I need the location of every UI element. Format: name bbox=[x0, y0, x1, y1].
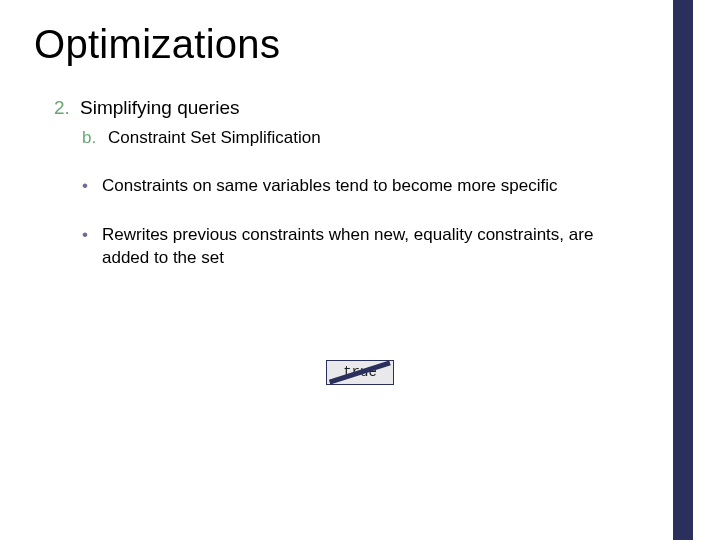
bullet-text: Rewrites previous constraints when new, … bbox=[102, 224, 642, 270]
list-level3-row: b. Constraint Set Simplification bbox=[34, 126, 660, 150]
slide-title: Optimizations bbox=[34, 22, 660, 67]
list-level2-text: Simplifying queries bbox=[80, 95, 239, 122]
true-box: true bbox=[326, 360, 394, 385]
true-box-label: true bbox=[343, 364, 377, 380]
slide-body: Optimizations 2. Simplifying queries b. … bbox=[0, 0, 720, 540]
list-level2-row: 2. Simplifying queries bbox=[34, 95, 660, 122]
true-box-container: true bbox=[0, 360, 720, 385]
bullet-row-0: • Constraints on same variables tend to … bbox=[34, 175, 660, 198]
bullet-row-1: • Rewrites previous constraints when new… bbox=[34, 224, 660, 270]
list-level2-marker: 2. bbox=[54, 95, 80, 122]
list-level3-marker: b. bbox=[82, 126, 108, 150]
bullet-text: Constraints on same variables tend to be… bbox=[102, 175, 557, 198]
bullet-marker-icon: • bbox=[82, 224, 102, 247]
bullet-marker-icon: • bbox=[82, 175, 102, 198]
list-level3-text: Constraint Set Simplification bbox=[108, 126, 321, 150]
